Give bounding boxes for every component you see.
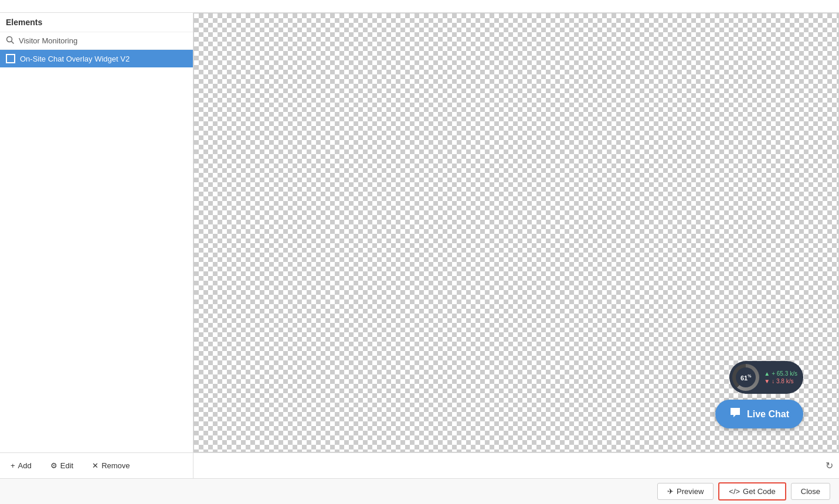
preview-button[interactable]: ✈ Preview — [657, 483, 714, 500]
upload-value: + 65.3 — [772, 370, 788, 377]
code-icon: </> — [729, 487, 740, 496]
add-label: Add — [18, 461, 32, 470]
preview-icon: ✈ — [667, 487, 674, 496]
search-icon — [6, 36, 14, 46]
elements-title: Elements — [6, 18, 42, 27]
live-chat-label: Live Chat — [747, 409, 789, 420]
bottom-right-toolbar: ↻ — [193, 453, 839, 478]
traffic-percent-value: 61% — [741, 374, 751, 382]
visitor-monitoring-label: Visitor Monitoring — [19, 36, 77, 45]
traffic-circle: 61% — [732, 364, 759, 391]
preview-label: Preview — [677, 487, 704, 496]
remove-label: Remove — [101, 461, 130, 470]
traffic-stats: ▲ + 65.3 k/s ▼ ↓ 3.8 k/s — [764, 370, 797, 384]
action-bar: ✈ Preview </> Get Code Close — [0, 478, 839, 504]
main-area: Elements Visitor Monitoring On-Site Chat… — [0, 13, 839, 452]
bottom-combined-toolbar: + Add ⚙ Edit ✕ Remove ↻ — [0, 452, 839, 478]
close-button[interactable]: Close — [791, 483, 830, 500]
download-value: ↓ 3.8 — [772, 378, 784, 384]
edit-label: Edit — [60, 461, 73, 470]
add-button[interactable]: + Add — [6, 459, 36, 472]
remove-button[interactable]: ✕ Remove — [87, 459, 134, 472]
bottom-left-toolbar: + Add ⚙ Edit ✕ Remove — [0, 453, 193, 478]
live-chat-button[interactable]: Live Chat — [715, 400, 803, 428]
sidebar-item-label: On-Site Chat Overlay Widget V2 — [20, 55, 130, 63]
times-icon: ✕ — [92, 461, 98, 470]
sidebar-header: Elements — [0, 13, 193, 32]
get-code-button[interactable]: </> Get Code — [718, 482, 786, 500]
plus-icon: + — [11, 461, 15, 470]
sidebar-search-row[interactable]: Visitor Monitoring — [0, 32, 193, 50]
widget-container: 61% ▲ + 65.3 k/s ▼ ↓ 3.8 k/s — [715, 361, 803, 428]
close-label: Close — [801, 487, 820, 496]
traffic-circle-inner: 61% — [736, 367, 756, 387]
svg-line-1 — [12, 42, 14, 44]
download-arrow-icon: ▼ — [764, 378, 770, 384]
gear-icon: ⚙ — [50, 461, 57, 470]
refresh-button[interactable]: ↻ — [826, 460, 833, 471]
top-bar — [0, 0, 839, 13]
upload-arrow-icon: ▲ — [764, 370, 770, 377]
edit-button[interactable]: ⚙ Edit — [46, 459, 78, 472]
sidebar: Elements Visitor Monitoring On-Site Chat… — [0, 13, 193, 452]
chat-bubble-icon — [729, 407, 741, 421]
traffic-stat-download: ▼ ↓ 3.8 k/s — [764, 378, 797, 384]
traffic-stat-upload: ▲ + 65.3 k/s — [764, 370, 797, 377]
canvas-area: 61% ▲ + 65.3 k/s ▼ ↓ 3.8 k/s — [193, 13, 839, 452]
checkbox-icon — [6, 54, 15, 63]
download-unit: k/s — [786, 378, 794, 384]
get-code-label: Get Code — [743, 487, 776, 496]
sidebar-item-chat-widget[interactable]: On-Site Chat Overlay Widget V2 — [0, 50, 193, 67]
traffic-monitor-widget: 61% ▲ + 65.3 k/s ▼ ↓ 3.8 k/s — [729, 361, 803, 394]
upload-unit: k/s — [790, 370, 797, 377]
